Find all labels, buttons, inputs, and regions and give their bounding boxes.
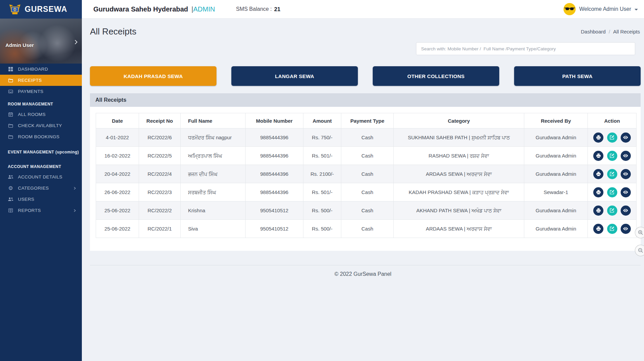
org-name: Gurudwara Saheb Hyderabad — [93, 5, 188, 13]
cell-payment-type: Cash — [341, 128, 394, 147]
magnifier-minus-icon — [638, 247, 644, 254]
cell-payment-type: Cash — [341, 201, 394, 220]
view-receipt-button[interactable] — [621, 224, 631, 234]
gear-icon: ⚙ — [8, 185, 14, 191]
print-receipt-button[interactable] — [593, 151, 603, 161]
other-collections-button[interactable]: OTHER COLLECTIONS — [373, 66, 499, 86]
breadcrumb: Dashboard / All Receipts — [581, 29, 640, 34]
view-receipt-button[interactable] — [621, 169, 631, 179]
cell-action — [588, 165, 637, 183]
cell-received-by: Sewadar-1 — [524, 183, 588, 201]
print-receipt-button[interactable] — [593, 169, 603, 179]
table-row: 25-06-2022 RC/2022/2 Krishna 9505410512 … — [96, 201, 637, 220]
users-icon — [8, 174, 14, 180]
view-receipt-button[interactable] — [621, 206, 631, 216]
breadcrumb-dashboard[interactable]: Dashboard — [581, 29, 605, 34]
sidebar-item-categories[interactable]: ⚙ CATEGORIES — [0, 183, 82, 194]
sidebar-section-room-management: ROOM MANAGEMENT — [0, 97, 82, 109]
sidebar-item-dashboard[interactable]: DASHBOARD — [0, 64, 82, 75]
sidebar-item-receipts[interactable]: RECEIPTS — [0, 75, 82, 86]
receipts-table: Date Receipt No Full Name Mobile Number … — [96, 113, 637, 238]
edit-receipt-button[interactable] — [607, 169, 617, 179]
edit-receipt-button[interactable] — [607, 187, 617, 197]
welcome-text: Welcome Admin User — [579, 6, 631, 12]
receipts-table-body: 4-01-2022 RC/2022/6 ਧਰਮੇਂਦਰ ਸਿੰਘ nagpur … — [96, 128, 637, 238]
search-row — [82, 37, 644, 55]
wallet-icon — [8, 77, 14, 83]
sidebar-item-label: REPORTS — [18, 208, 41, 213]
print-receipt-button[interactable] — [593, 187, 603, 197]
cell-full-name: ਧਰਮੇਂਦਰ ਸਿੰਘ nagpur — [181, 128, 246, 147]
sidebar-item-payments[interactable]: PAYMENTS — [0, 86, 82, 97]
cell-date: 4-01-2022 — [96, 128, 139, 147]
cell-action — [588, 147, 637, 165]
sidebar-item-account-details[interactable]: ACCOUNT DETAILS — [0, 171, 82, 183]
receipts-panel: All Receipts Date Receipt No Full Name M… — [90, 93, 641, 251]
cell-received-by: Gurudwara Admin — [524, 147, 588, 165]
sidebar-item-room-bookings[interactable]: ROOM BOOKINGS — [0, 131, 82, 142]
edit-icon — [610, 226, 615, 231]
cell-payment-type: Cash — [341, 165, 394, 183]
zoom-in-button[interactable] — [635, 227, 644, 238]
cell-date: 26-06-2022 — [96, 183, 139, 201]
chevron-right-icon — [73, 209, 76, 212]
table-row: 26-06-2022 RC/2022/3 ਸਰਬਜੀਤ ਸਿੰਘ 9885444… — [96, 183, 637, 201]
cell-payment-type: Cash — [341, 220, 394, 238]
col-amount: Amount — [303, 113, 341, 128]
view-receipt-button[interactable] — [621, 187, 631, 197]
cell-amount: Rs. 500/- — [303, 220, 341, 238]
grid-icon — [8, 66, 14, 72]
eye-icon — [623, 226, 628, 232]
sidebar-user-panel[interactable]: Admin User — [0, 19, 82, 64]
cell-amount: Rs. 750/- — [303, 128, 341, 147]
sidebar-item-reports[interactable]: REPORTS — [0, 205, 82, 216]
cell-receipt-no: RC/2022/4 — [139, 165, 181, 183]
sms-balance-value: 21 — [274, 6, 280, 13]
cell-category: RASHAD SEWA | ਰਸ਼ਦ ਸੇਵਾ — [394, 147, 524, 165]
cell-date: 25-06-2022 — [96, 220, 139, 238]
kadah-prasad-sewa-button[interactable]: KADAH PRASAD SEWA — [90, 66, 216, 86]
sidebar-item-users[interactable]: USERS — [0, 194, 82, 205]
eye-icon — [623, 153, 628, 159]
cell-full-name: ਅਮ੍ਰਿਤਪਾਲ ਸਿੰਘ — [181, 147, 246, 165]
calendar-icon — [8, 112, 14, 117]
col-action: Action — [588, 113, 637, 128]
sidebar-item-check-availability[interactable]: CHECK AVILABILTY — [0, 120, 82, 131]
print-receipt-button[interactable] — [593, 133, 603, 143]
sidebar-item-all-rooms[interactable]: ALL ROOMS — [0, 109, 82, 120]
breadcrumb-current: All Receipts — [613, 29, 640, 34]
edit-icon — [610, 135, 615, 140]
cell-date: 25-06-2022 — [96, 201, 139, 220]
table-row: 20-04-2022 RC/2022/4 ਭਜਨ ਦੀਪ ਸਿੰਘ 988544… — [96, 165, 637, 183]
edit-receipt-button[interactable] — [607, 206, 617, 216]
view-receipt-button[interactable] — [621, 151, 631, 161]
edit-receipt-button[interactable] — [607, 224, 617, 234]
cell-receipt-no: RC/2022/6 — [139, 128, 181, 147]
edit-icon — [610, 171, 615, 176]
col-date: Date — [96, 113, 139, 128]
sidebar-nav: DASHBOARD RECEIPTS PAYMENTS ROOM MANAGEM… — [0, 64, 82, 216]
view-receipt-button[interactable] — [621, 133, 631, 143]
sidebar: GURSEWA Admin User DASHBOARD RECEIPTS PA… — [0, 0, 82, 361]
eye-icon — [623, 189, 628, 195]
cell-amount: Rs. 2100/- — [303, 165, 341, 183]
edit-icon — [610, 190, 615, 195]
search-input[interactable] — [416, 42, 635, 55]
edit-receipt-button[interactable] — [607, 133, 617, 143]
cell-category: KADAH PRASHAD SEWA | ਕੜਾਹ ਪ੍ਰਸ਼ਾਦ ਸੇਵਾ — [394, 183, 524, 201]
edit-receipt-button[interactable] — [607, 151, 617, 161]
cell-received-by: Gurudwara Admin — [524, 128, 588, 147]
cell-action — [588, 128, 637, 147]
path-sewa-button[interactable]: PATH SEWA — [514, 66, 641, 86]
print-receipt-button[interactable] — [593, 224, 603, 234]
brand-logo[interactable]: GURSEWA — [0, 0, 82, 19]
col-full-name: Full Name — [181, 113, 246, 128]
chevron-right-icon — [74, 40, 78, 46]
zoom-out-button[interactable] — [635, 245, 644, 256]
topbar: Gurudwara Saheb Hyderabad | ADMIN SMS Ba… — [82, 0, 644, 19]
sidebar-item-label: ALL ROOMS — [18, 112, 46, 117]
user-menu[interactable]: Welcome Admin User — [564, 3, 638, 15]
print-receipt-button[interactable] — [593, 206, 603, 216]
caret-down-icon — [635, 9, 638, 10]
langar-sewa-button[interactable]: LANGAR SEWA — [231, 66, 358, 86]
